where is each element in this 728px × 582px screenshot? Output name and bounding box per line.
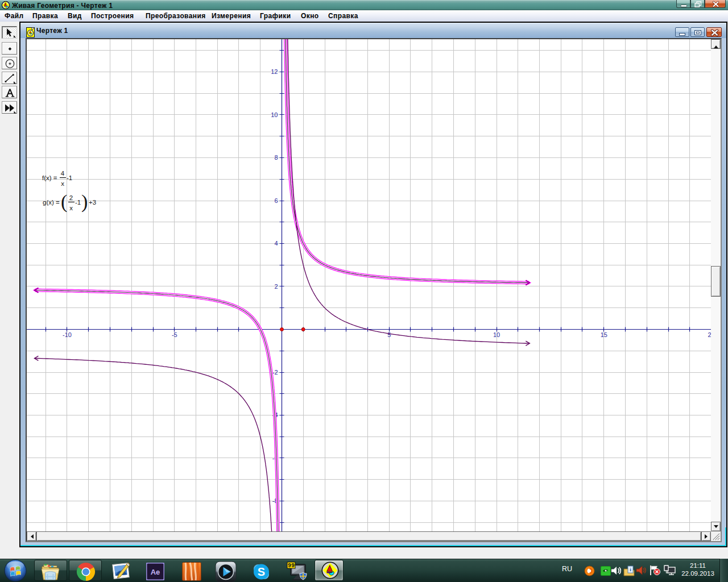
svg-text:6: 6 [274, 197, 278, 204]
svg-text:Ae: Ae [151, 568, 160, 576]
svg-text:2: 2 [274, 283, 278, 290]
svg-text:+3: +3 [89, 199, 96, 206]
svg-text:15: 15 [601, 331, 607, 338]
svg-text:8: 8 [274, 154, 278, 161]
svg-text:-1: -1 [67, 174, 72, 181]
svg-text:x: x [61, 180, 64, 187]
svg-text:99: 99 [288, 563, 295, 569]
svg-text:-10: -10 [63, 331, 72, 338]
svg-text:2: 2 [69, 194, 73, 201]
svg-text:-2: -2 [272, 369, 278, 376]
svg-text:g(x) =: g(x) = [43, 199, 60, 206]
svg-text:-5: -5 [172, 331, 177, 338]
svg-text:): ) [81, 191, 88, 213]
svg-text:12: 12 [271, 68, 278, 75]
svg-text:5: 5 [387, 331, 391, 338]
svg-text:(: ( [61, 191, 67, 213]
svg-text:4: 4 [61, 170, 65, 177]
svg-text:10: 10 [271, 111, 278, 118]
svg-text:-1: -1 [75, 199, 81, 206]
svg-text:f(x) =: f(x) = [42, 174, 57, 181]
svg-text:4: 4 [274, 240, 278, 247]
svg-text:x: x [69, 205, 73, 211]
svg-text:10: 10 [493, 331, 500, 338]
svg-text:S: S [258, 566, 265, 578]
